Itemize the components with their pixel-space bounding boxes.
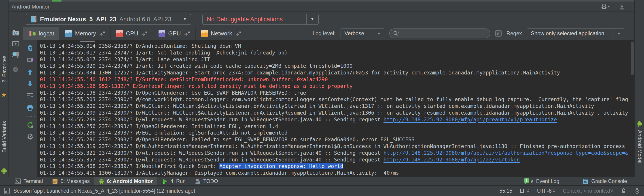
toolwindow-terminal[interactable]: Terminal: [10, 177, 48, 185]
debuggable-process-selector[interactable]: No Debuggable Applications ▼: [202, 14, 319, 25]
mnemonic: 4: [170, 178, 173, 184]
log-level-select[interactable]: Verbose ▼: [340, 29, 384, 38]
tab-label: Network: [211, 30, 232, 37]
log-line: 01-13 14:34:55.416 1300-1319/? I/Activit…: [40, 170, 634, 176]
screen-record-button[interactable]: [11, 39, 20, 48]
sidebar-item-favorites[interactable]: 2: Favorites: [1, 56, 8, 82]
toolwindow-toggle-icon[interactable]: [4, 187, 10, 194]
android-monitor-window: 2: Favorites ★ Build Variants Android Mo…: [0, 0, 644, 196]
sidebar-item-build-variants[interactable]: Build Variants: [1, 121, 8, 152]
run-icon: [162, 178, 168, 184]
terminate-application-button[interactable]: [11, 65, 20, 74]
log-line: 01-13 14:34:55.319 2374-2390/? D/WLAutho…: [40, 143, 634, 150]
device-os: Android 6.0, API 23: [120, 16, 172, 23]
screen-record-icon: [12, 40, 20, 48]
logcat-search-box[interactable]: [389, 29, 490, 38]
log-text: 01-13 14:34:55.014 2358-2358/? D/Android…: [40, 43, 241, 49]
lock-icon[interactable]: [621, 188, 626, 194]
vertical-scrollbar[interactable]: [631, 42, 634, 75]
line-separator-value: LF: [520, 188, 526, 194]
log-line: 01-13 14:34:55.357 2374-2390/? D/wl.requ…: [40, 157, 634, 163]
dropdown-arrow-icon: ▼: [179, 14, 191, 25]
toolwindow-label: 6: Android Monitor: [107, 178, 153, 184]
status-message: Session 'app': Launched on Nexus_5_API_2…: [14, 188, 195, 194]
log-text: 01-13 14:34:55.256 2374-2393/? I/OpenGLR…: [40, 123, 278, 129]
tab-network[interactable]: Network: [196, 27, 247, 40]
context-indicator: Context: <no context>: [563, 188, 613, 194]
toolwindow-label: Event Log: [536, 178, 560, 184]
restart-logcat-icon: [26, 121, 34, 129]
toolbar-divider: [11, 62, 20, 62]
log-line: 01-13 14:34:55.017 2374-2374/? I/art: La…: [40, 56, 634, 63]
hector-inspector-icon[interactable]: [634, 188, 640, 194]
logcat-icon: [28, 30, 36, 37]
encoding-selector[interactable]: UTF-8: [537, 188, 555, 194]
toolwindow-todo[interactable]: TODO: [190, 177, 222, 185]
log-line: 01-13 14:34:55.020 2374-2374/? I/art: JI…: [40, 63, 634, 69]
terminal-icon: [15, 178, 21, 184]
log-text: 01-13 14:34:55.319 2374-2390/? D/WLAutho…: [40, 143, 625, 149]
monitor-tabs-row: logcat Memory CPU: [23, 27, 634, 40]
tab-label: logcat: [39, 30, 54, 37]
left-tool-strip: 2: Favorites ★ Build Variants: [0, 0, 8, 177]
regex-checkbox[interactable]: ✓: [495, 30, 502, 37]
log-text: 01-13 14:34:55.140 1612-1748/? E/Surface…: [40, 76, 328, 82]
soft-wraps-button[interactable]: [26, 91, 35, 100]
tab-cpu[interactable]: CPU: [111, 27, 153, 40]
event-log-bubble-icon: [524, 178, 530, 184]
log-line: 01-13 14:34:55.209 2374-2390/? D/WLClien…: [40, 110, 634, 116]
down-stack-trace-button[interactable]: [26, 79, 35, 88]
green-indicator-sliver: [52, 0, 62, 2]
logcat-settings-button[interactable]: ⚙: [26, 132, 35, 141]
gear-icon: ⚙: [601, 3, 607, 10]
android-model-label: Android Model: [637, 130, 643, 163]
page-title: Android Monitor: [12, 4, 50, 10]
label-rest: : Messages: [64, 178, 90, 184]
favorites-mnemonic: 2: [1, 80, 7, 82]
tab-logcat[interactable]: logcat: [23, 27, 60, 40]
logcat-filter-select[interactable]: Show only selected application ▼: [527, 29, 624, 38]
hide-panel-button[interactable]: [618, 3, 625, 10]
toolwindow-run[interactable]: 4: Run: [157, 177, 190, 185]
tab-memory[interactable]: Memory: [60, 27, 111, 40]
print-button[interactable]: [26, 103, 35, 112]
gradle-console-button[interactable]: Gradle Console: [578, 177, 632, 185]
log-console[interactable]: 01-13 14:34:55.014 2358-2358/? D/Android…: [38, 40, 634, 177]
scroll-to-end-button[interactable]: [26, 56, 35, 65]
restart-logcat-button[interactable]: [26, 120, 35, 129]
logcat-toolbar: ⚙: [23, 40, 38, 177]
tab-gpu[interactable]: GPU: [153, 27, 196, 40]
right-tool-strip: Android Model: [634, 0, 644, 177]
clear-logcat-trash-icon: [26, 44, 34, 52]
event-log-button[interactable]: 6 Event Log: [519, 177, 564, 185]
log-text: 01-13 14:34:55.209 2374-2390/? D/WLClien…: [40, 110, 628, 116]
device-icon: [30, 16, 37, 23]
panel-header: Android Monitor ⚙ ▾: [8, 2, 634, 12]
layout-inspector-button[interactable]: [11, 50, 20, 59]
search-icon: [393, 31, 400, 36]
screenshot-button[interactable]: [11, 29, 20, 37]
log-line: 01-13 14:34:55.198 2374-2393/? D/OpenGLR…: [40, 90, 634, 96]
log-line: 01-13 14:34:55.196 952-1332/? E/SurfaceF…: [40, 83, 634, 90]
gpu-chart-icon: [158, 30, 165, 37]
down-arrow-icon: [26, 80, 34, 87]
line-separator-selector[interactable]: LF: [520, 188, 530, 194]
search-input[interactable]: [402, 30, 487, 37]
label-rest: : Android Monitor: [110, 178, 153, 184]
clear-logcat-button[interactable]: [26, 44, 35, 53]
editor-bottom-sliver: [8, 0, 634, 2]
sidebar-item-android-model[interactable]: Android Model: [636, 130, 643, 163]
toolwindow-android-monitor[interactable]: 6: Android Monitor: [94, 177, 157, 185]
log-url-link[interactable]: http://9.148.225.92:9080/mfp/api/preauth…: [384, 117, 557, 123]
tab-label: GPU: [168, 30, 181, 37]
log-text: 01-13 14:34:55.017 2374-2374/? I/art: No…: [40, 50, 288, 56]
caret-position[interactable]: 55:15: [499, 188, 512, 194]
log-text: 01-13 14:34:55.286 2374-2393/? W/OpenGLR…: [40, 137, 414, 142]
settings-gear-button[interactable]: ⚙ ▾: [601, 3, 610, 10]
log-url-link[interactable]: http://9.148.225.92:9080/mfp/api/az/v1/t…: [384, 157, 520, 163]
up-stack-trace-button[interactable]: [26, 67, 35, 76]
device-selector[interactable]: Emulator Nexus_5_API_23 Android 6.0, API…: [26, 14, 191, 25]
log-url-link[interactable]: http://9.148.225.92:9080/mfp/api/az/v1/a…: [384, 150, 628, 156]
toolwindow-messages[interactable]: 0: Messages: [48, 177, 94, 185]
clipped-log-line: [80, 41, 95, 42]
